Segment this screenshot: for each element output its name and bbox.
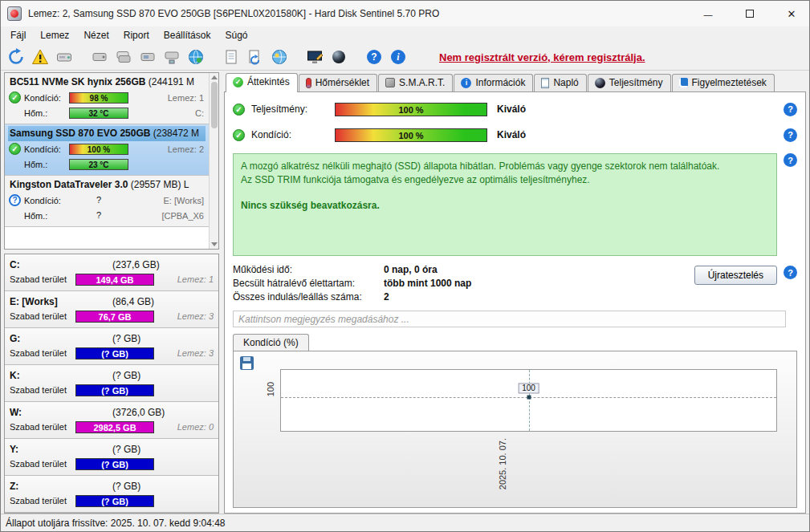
free-space-bar: 2982,5 GB — [75, 421, 154, 433]
disk-number-label: Lemez: 2 — [168, 144, 206, 154]
free-space-bar: (? GB) — [75, 384, 154, 396]
partition-disk-label: Lemez: 0 — [177, 422, 214, 432]
performance-help-icon[interactable] — [784, 103, 797, 116]
disk-size: (244191 M — [149, 76, 194, 87]
partition-detail: Szabad terület 2982,5 GB Lemez: 0 — [10, 420, 214, 434]
disk-list-scrollbar[interactable] — [209, 73, 218, 249]
condition-chart: 100 100 2025. 10. 07. — [233, 351, 797, 508]
chart-section: Kondíció (%) 100 100 2025. 10. 07. — [233, 334, 797, 508]
tab-information[interactable]: Információk — [454, 74, 533, 91]
monitor-edit-icon[interactable] — [304, 47, 325, 67]
disk-item-bc511[interactable]: BC511 NVMe SK hynix 256GB (244191 M Kond… — [5, 73, 209, 124]
disk-name: BC511 NVMe SK hynix 256GB — [10, 76, 145, 87]
partition-item-c[interactable]: C: (237,6 GB) Szabad terület 149,4 GB Le… — [5, 254, 218, 291]
disk-item-samsung[interactable]: Samsung SSD 870 EVO 250GB (238472 M Kond… — [5, 124, 209, 176]
partition-size: (86,4 GB) — [112, 296, 154, 307]
disk-usb-icon[interactable] — [137, 47, 158, 67]
status-ok-icon — [9, 143, 21, 155]
free-space-label: Szabad terület — [10, 422, 71, 432]
condition-help-icon[interactable] — [784, 128, 797, 142]
title-bar: Lemez: 2, Samsung SSD 870 EVO 250GB [S6P… — [1, 1, 809, 26]
chart-tab-condition[interactable]: Kondíció (%) — [233, 334, 309, 351]
menu-help[interactable]: Súgó — [218, 28, 254, 43]
minimize-icon — [704, 7, 713, 20]
menu-file[interactable]: Fájl — [4, 28, 32, 43]
report-refresh-icon[interactable] — [245, 47, 266, 67]
disk-scan-icon[interactable] — [89, 47, 110, 67]
globe-icon[interactable] — [185, 47, 206, 67]
disk-item-kingston[interactable]: Kingston DataTraveler 3.0 (29557 MB) L K… — [5, 176, 209, 227]
partition-item-w[interactable]: W: (3726,0 GB) Szabad terület 2982,5 GB … — [5, 402, 218, 439]
help-icon[interactable] — [364, 47, 385, 67]
warning-icon[interactable] — [30, 47, 51, 67]
condition-label: Kondíció: — [24, 93, 66, 103]
disk-network-icon[interactable] — [161, 47, 182, 67]
scroll-up-icon[interactable] — [211, 75, 218, 79]
menu-settings[interactable]: Beállítások — [157, 28, 218, 43]
disk-name-row: Kingston DataTraveler 3.0 (29557 MB) L — [8, 177, 206, 193]
partition-list: C: (237,6 GB) Szabad terület 149,4 GB Le… — [4, 254, 219, 514]
condition-bar: 98 % — [69, 92, 128, 104]
comment-input[interactable] — [233, 311, 786, 327]
volume-label: [CPBA_X6 — [161, 211, 206, 221]
maximize-button[interactable] — [732, 1, 767, 26]
partition-letter: Z: — [10, 481, 112, 492]
condition-unknown: ? — [69, 195, 128, 206]
free-space-label: Szabad terület — [10, 348, 71, 358]
overview-panel: Teljesítmény: 100 % Kiváló Kondíció: 100… — [224, 91, 806, 514]
retest-help-icon[interactable] — [784, 266, 797, 279]
register-link[interactable]: Nem regisztrált verzió, kérem regisztrál… — [439, 51, 645, 63]
tab-label: Napló — [553, 77, 578, 88]
description-line2: Az SSD TRIM funkciója támogatva és enged… — [241, 173, 769, 187]
disk-eject-icon[interactable] — [54, 47, 75, 67]
tab-performance[interactable]: Teljesítmény — [588, 74, 671, 91]
gauge-icon[interactable] — [328, 47, 349, 67]
partition-item-z[interactable]: Z: (? GB) Szabad terület (? GB) — [5, 476, 218, 513]
partition-item-g[interactable]: G: (? GB) Szabad terület (? GB) Lemez: 3 — [5, 328, 218, 365]
partition-item-y[interactable]: Y: (? GB) Szabad terület (? GB) — [5, 439, 218, 476]
toolbar: Nem regisztrált verzió, kérem regisztrál… — [1, 44, 809, 71]
scroll-down-icon[interactable] — [211, 242, 218, 246]
partition-item-k[interactable]: K: (? GB) Szabad terület (? GB) — [5, 365, 218, 402]
description-help-icon[interactable] — [784, 153, 797, 167]
disk-temp-row: Hőm.: ? [CPBA_X6 — [8, 208, 206, 223]
stats-section: Működési idő: 0 nap, 0 óra Becsült hátra… — [233, 264, 797, 303]
partition-size: (3726,0 GB) — [112, 407, 165, 418]
scrollbar-thumb[interactable] — [211, 82, 218, 128]
web-icon[interactable] — [269, 47, 290, 67]
minimize-button[interactable] — [690, 1, 726, 26]
menu-view[interactable]: Nézet — [77, 28, 115, 43]
save-chart-icon[interactable] — [240, 356, 254, 370]
info-icon[interactable] — [388, 47, 409, 67]
tab-temperature[interactable]: Hőmérséklet — [299, 74, 377, 91]
partition-item-e[interactable]: E: [Works] (86,4 GB) Szabad terület 76,7… — [5, 291, 218, 328]
refresh-icon[interactable] — [6, 47, 26, 67]
menu-disk[interactable]: Lemez — [34, 28, 75, 43]
tools-icon — [385, 78, 395, 87]
tab-overview[interactable]: Áttekintés — [226, 73, 298, 92]
partition-letter: C: — [10, 259, 112, 270]
tab-log[interactable]: Napló — [534, 74, 586, 91]
partition-header: C: (237,6 GB) — [10, 258, 214, 272]
menu-report[interactable]: Riport — [117, 28, 156, 43]
close-button[interactable] — [774, 1, 809, 26]
status-ok-icon — [233, 129, 245, 141]
report-icon[interactable] — [221, 47, 242, 67]
stat-value: 0 nap, 0 óra — [384, 264, 471, 275]
disk-size: (238472 M — [153, 128, 199, 139]
description-action: Nincs szükség beavatkozásra. — [241, 199, 769, 213]
tab-label: Áttekintés — [247, 76, 290, 87]
description-section: A mozgó alkatrész nélküli meghajtó (SSD)… — [233, 153, 797, 256]
disk-copy-icon[interactable] — [113, 47, 134, 67]
condition-bar: 100 % — [69, 144, 128, 155]
info-glyph — [391, 50, 405, 64]
disk-temp-row: Hőm.: 23 °C — [8, 156, 206, 172]
free-space-bar: 149,4 GB — [75, 274, 154, 286]
retest-button[interactable]: Újratesztelés — [694, 266, 777, 285]
status-unknown-icon — [9, 194, 21, 206]
tab-alerts[interactable]: Figyelmeztetések — [672, 74, 775, 91]
flag-icon — [679, 78, 688, 87]
tab-smart[interactable]: S.M.A.R.T. — [378, 74, 453, 91]
crosshair-vertical — [529, 370, 530, 431]
tab-label: S.M.A.R.T. — [399, 77, 445, 88]
